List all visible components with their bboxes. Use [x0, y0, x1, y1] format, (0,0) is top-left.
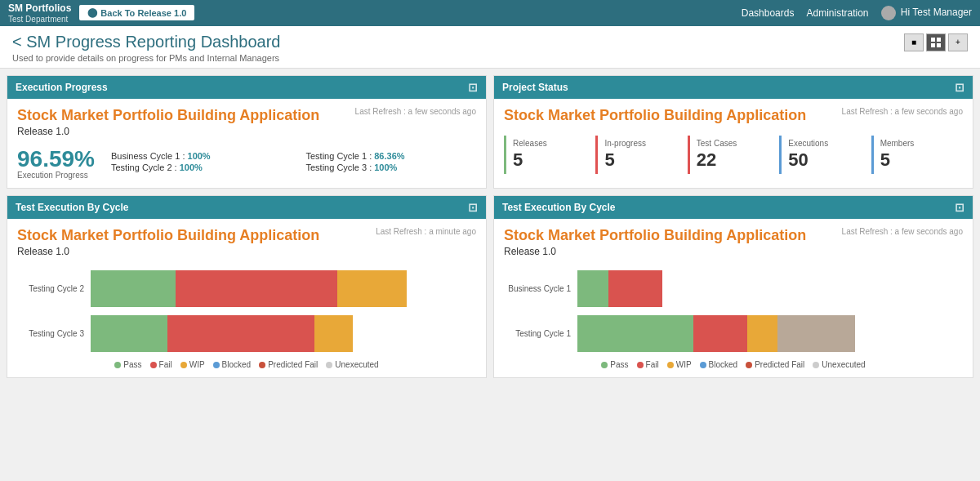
cycle-item-1: Testing Cycle 1 : 86.36% [305, 151, 476, 161]
legend-wip-dot [180, 362, 187, 368]
legend-pass-r: Pass [601, 360, 628, 369]
view-single-button[interactable]: ■ [904, 33, 924, 51]
bar-label-0: Testing Cycle 2 [17, 284, 91, 293]
user-greeting: Hi Test Manager [881, 6, 973, 20]
dashboards-link[interactable]: Dashboards [742, 7, 795, 19]
test-exec-left-chart: Testing Cycle 2 Testing Cycle 3 [17, 270, 476, 369]
bar-row-1: Testing Cycle 3 [17, 315, 476, 352]
page-header: < SM Progress Reporting Dashboard ■ + Us… [0, 26, 980, 69]
bar-seg-fail-r0 [608, 270, 662, 307]
legend-pass: Pass [114, 360, 141, 369]
back-button[interactable]: ⬤ Back To Release 1.0 [79, 5, 194, 20]
exec-percent: 96.59% [17, 148, 95, 171]
status-releases: Releases 5 [504, 136, 595, 174]
svg-rect-1 [937, 38, 941, 42]
nav-right: Dashboards Administration Hi Test Manage… [742, 6, 972, 20]
test-left-legend: Pass Fail WIP Blocked [17, 360, 476, 369]
bar-seg-pass-r0 [577, 270, 608, 307]
exec-refresh: Last Refresh : a few seconds ago [355, 107, 476, 116]
maximize-test-right-btn[interactable]: ⊡ [955, 201, 964, 214]
nav-left: SM Portfolios Test Department ⬤ Back To … [8, 2, 194, 23]
exec-percent-block: 96.59% Execution Progress [17, 148, 95, 180]
test-right-app-title: Stock Market Portfolio Building Applicat… [504, 227, 806, 244]
legend-wip-r: WIP [667, 360, 692, 369]
legend-fail: Fail [150, 360, 172, 369]
project-status-widget: Project Status ⊡ Stock Market Portfolio … [493, 75, 973, 189]
legend-blocked-r: Blocked [700, 360, 738, 369]
cycle-item-2: Testing Cycle 2 : 100% [111, 163, 282, 172]
project-refresh: Last Refresh : a few seconds ago [842, 107, 963, 116]
project-status-grid: Releases 5 In-progress 5 Test Cases 22 E… [504, 136, 963, 174]
legend-blocked: Blocked [213, 360, 252, 369]
bar-seg-fail-1 [167, 315, 314, 352]
dashboard-grid: Execution Progress ⊡ Stock Market Portfo… [0, 69, 980, 385]
bar-container-1 [91, 315, 476, 352]
legend-blocked-dot [213, 362, 220, 368]
exec-app-title: Stock Market Portfolio Building Applicat… [17, 107, 319, 124]
bar-seg-unex-r1 [777, 315, 854, 352]
status-members: Members 5 [871, 136, 963, 174]
bar-seg-wip-r1 [747, 315, 778, 352]
svg-rect-0 [931, 38, 935, 42]
bar-seg-fail-r1 [693, 315, 747, 352]
brand-sub: Test Department [8, 15, 71, 24]
status-executions: Executions 50 [779, 136, 871, 174]
cycle-item-3: Testing Cycle 3 : 100% [305, 163, 476, 172]
cycle-item-0: Business Cycle 1 : 100% [111, 151, 282, 161]
view-add-button[interactable]: + [948, 33, 968, 51]
project-app-title: Stock Market Portfolio Building Applicat… [504, 107, 806, 124]
grid-icon [930, 37, 942, 48]
bar-seg-pass-0 [91, 270, 176, 307]
view-grid-button[interactable] [926, 33, 946, 51]
legend-unexecuted: Unexecuted [326, 360, 378, 369]
maximize-project-btn[interactable]: ⊡ [955, 81, 964, 94]
legend-wip-dot-r [667, 362, 674, 368]
test-execution-right-widget: Test Execution By Cycle ⊡ Stock Market P… [493, 195, 973, 378]
legend-predicted-fail: Predicted Fail [259, 360, 318, 369]
execution-progress-widget: Execution Progress ⊡ Stock Market Portfo… [7, 75, 487, 189]
test-left-release: Release 1.0 [17, 246, 319, 257]
bar-label-1: Testing Cycle 3 [17, 329, 91, 338]
project-status-body: Stock Market Portfolio Building Applicat… [494, 99, 973, 182]
svg-rect-2 [931, 43, 935, 47]
legend-predicted-fail-r: Predicted Fail [746, 360, 804, 369]
test-exec-left-header: Test Execution By Cycle ⊡ [7, 196, 486, 219]
maximize-test-left-btn[interactable]: ⊡ [468, 201, 478, 214]
page-title: < SM Progress Reporting Dashboard [12, 33, 281, 51]
brand-name: SM Portfolios [8, 2, 71, 14]
bar-seg-pass-r1 [577, 315, 693, 352]
bar-row-0: Testing Cycle 2 [17, 270, 476, 307]
brand: SM Portfolios Test Department [8, 2, 71, 23]
execution-stats: 96.59% Execution Progress Business Cycle… [17, 148, 476, 180]
test-execution-left-widget: Test Execution By Cycle ⊡ Stock Market P… [7, 195, 487, 378]
top-nav: SM Portfolios Test Department ⬤ Back To … [0, 0, 980, 26]
exec-percent-label: Execution Progress [17, 171, 95, 180]
bar-container-0 [91, 270, 476, 307]
bar-seg-wip-0 [337, 270, 407, 307]
legend-predicted-fail-dot-r [746, 362, 752, 368]
legend-unexecuted-dot [326, 362, 332, 368]
project-status-header: Project Status ⊡ [494, 76, 973, 99]
bar-container-right-1 [577, 315, 963, 352]
test-exec-right-body: Stock Market Portfolio Building Applicat… [494, 219, 973, 377]
execution-progress-header: Execution Progress ⊡ [7, 76, 486, 99]
test-exec-left-body: Stock Market Portfolio Building Applicat… [7, 219, 486, 377]
test-right-refresh: Last Refresh : a few seconds ago [842, 227, 963, 236]
legend-pass-dot [114, 362, 121, 368]
svg-rect-3 [937, 43, 941, 47]
legend-fail-dot [150, 362, 157, 368]
page-title-row: < SM Progress Reporting Dashboard ■ + [12, 33, 968, 51]
bar-label-right-1: Testing Cycle 1 [504, 329, 577, 338]
test-left-refresh: Last Refresh : a minute ago [376, 227, 476, 236]
test-left-app-title: Stock Market Portfolio Building Applicat… [17, 227, 319, 244]
status-testcases: Test Cases 22 [688, 136, 779, 174]
administration-link[interactable]: Administration [806, 7, 868, 19]
test-right-legend: Pass Fail WIP Blocked [504, 360, 963, 369]
legend-fail-r: Fail [637, 360, 659, 369]
bar-container-right-0 [577, 270, 963, 307]
test-exec-right-header: Test Execution By Cycle ⊡ [494, 196, 973, 219]
status-inprogress: In-progress 5 [595, 136, 687, 174]
view-controls: ■ + [904, 33, 968, 51]
user-icon [881, 6, 896, 20]
maximize-execution-btn[interactable]: ⊡ [468, 81, 478, 94]
